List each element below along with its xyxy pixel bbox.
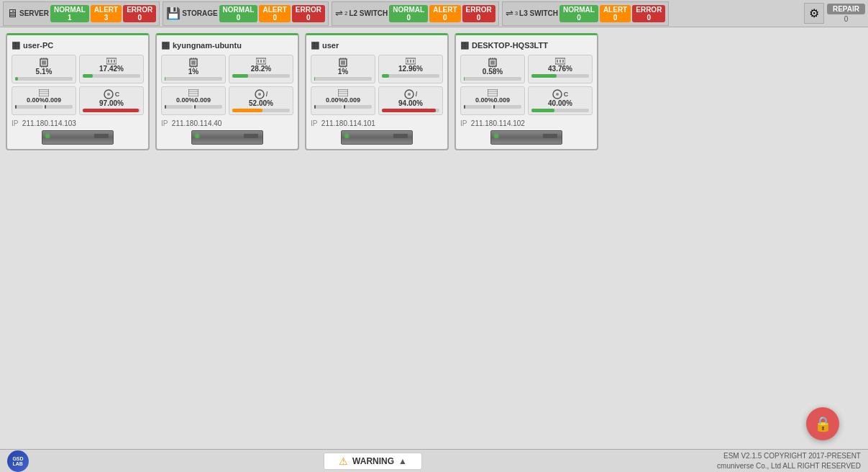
server-card-desktop-hqs3ltt[interactable]: ▦DESKTOP-HQS3LTT 0.58% 43.76% 0.00%0.009 bbox=[454, 33, 598, 150]
metric-disk: 0.00%0.009 bbox=[460, 86, 525, 115]
server-card-user-pc[interactable]: ▦user-PC 5.1% 17.42% 0.00%0.009 C bbox=[6, 33, 150, 150]
card-name: kyungnam-ubuntu bbox=[173, 41, 242, 50]
card-name: DESKTOP-HQS3LTT bbox=[472, 41, 548, 50]
metric-bar-container bbox=[531, 74, 589, 78]
metric-icon-row bbox=[464, 58, 521, 68]
svg-rect-62 bbox=[562, 60, 564, 63]
storage-alert-badge[interactable]: ALERT 0 bbox=[259, 5, 290, 22]
svg-rect-43 bbox=[407, 60, 408, 63]
server-rack-image bbox=[42, 130, 114, 145]
metric-bar-container bbox=[382, 74, 439, 78]
storage-normal-badge[interactable]: NORMAL 0 bbox=[219, 5, 258, 22]
card-name: user bbox=[322, 41, 339, 50]
card-header: ▦DESKTOP-HQS3LTT bbox=[460, 40, 593, 50]
metric-icon-row: C bbox=[83, 89, 140, 99]
metric-bar-container bbox=[232, 74, 290, 78]
warning-arrow: ▲ bbox=[398, 456, 407, 466]
server-normal-badge[interactable]: NORMAL 1 bbox=[50, 5, 89, 22]
svg-rect-9 bbox=[108, 60, 109, 63]
server-card-kyungnam-ubuntu[interactable]: ▦kyungnam-ubuntu 1% 28.2% 0.00%0.009 bbox=[155, 33, 299, 150]
server-label: SERVER bbox=[19, 9, 49, 17]
storage-section: 💾 STORAGE NORMAL 0 ALERT 0 ERROR 0 bbox=[163, 1, 329, 26]
metric-bar-container bbox=[531, 109, 589, 112]
server-icon: 🖥 bbox=[6, 7, 18, 20]
svg-rect-52 bbox=[490, 60, 495, 65]
metric-icon-row: / bbox=[232, 89, 290, 99]
metric-icon-row bbox=[531, 58, 589, 65]
repair-badge: REPAIR bbox=[827, 4, 865, 14]
l2switch-normal-badge[interactable]: NORMAL 0 bbox=[389, 5, 428, 22]
svg-rect-11 bbox=[114, 60, 115, 63]
metric-disk-c: C 40.00% bbox=[528, 86, 593, 115]
logo-area: GSDLAB bbox=[7, 450, 29, 472]
metric-icon-row bbox=[464, 89, 521, 96]
metric-mem: 28.2% bbox=[229, 55, 293, 83]
metric-bar-container bbox=[464, 77, 521, 81]
l2switch-alert-badge[interactable]: ALERT 0 bbox=[429, 5, 460, 22]
card-header: ▦user-PC bbox=[12, 40, 144, 50]
metric-icon-row: C bbox=[531, 89, 589, 99]
l3switch-normal-badge[interactable]: NORMAL 0 bbox=[559, 5, 598, 22]
metric-bar-container bbox=[232, 109, 290, 112]
svg-rect-63 bbox=[488, 89, 498, 96]
metric-bar-container bbox=[165, 77, 222, 81]
warning-text: WARNING bbox=[352, 456, 394, 466]
card-server-image bbox=[161, 130, 293, 145]
svg-rect-44 bbox=[410, 60, 411, 63]
server-section: 🖥 SERVER NORMAL 1 ALERT 3 ERROR 0 bbox=[3, 1, 160, 26]
l3switch-alert-badge[interactable]: ALERT 0 bbox=[600, 5, 631, 22]
svg-point-50 bbox=[408, 93, 411, 96]
storage-label: STORAGE bbox=[182, 9, 217, 17]
svg-rect-18 bbox=[191, 60, 196, 65]
card-header: ▦kyungnam-ubuntu bbox=[161, 40, 293, 50]
metrics-grid: 1% 28.2% 0.00%0.009 / 52.00% bbox=[161, 55, 293, 115]
svg-rect-61 bbox=[559, 60, 561, 63]
svg-rect-26 bbox=[257, 60, 259, 63]
metric-disk-slash: / 52.00% bbox=[229, 86, 293, 115]
metric-disk-slash: / 94.00% bbox=[378, 86, 443, 115]
card-ip: IP 211.180.114.101 bbox=[311, 119, 443, 127]
card-server-image bbox=[12, 130, 144, 145]
svg-rect-1 bbox=[42, 60, 46, 65]
svg-rect-28 bbox=[263, 60, 265, 63]
metric-disk-c: C 97.00% bbox=[79, 86, 144, 115]
l3switch-label: L3 SWITCH bbox=[519, 9, 558, 17]
warning-bar[interactable]: ⚠ WARNING ▲ bbox=[324, 453, 422, 470]
metric-cpu: 5.1% bbox=[12, 55, 76, 83]
metric-icon-row bbox=[165, 89, 222, 96]
gear-button[interactable]: ⚙ bbox=[804, 3, 824, 24]
metric-bar-dual bbox=[314, 105, 372, 109]
card-icon: ▦ bbox=[460, 40, 469, 50]
logo-icon: GSDLAB bbox=[7, 450, 29, 472]
lock-button[interactable]: 🔒 bbox=[806, 407, 839, 440]
metric-icon-row bbox=[232, 58, 290, 65]
metric-disk: 0.00%0.009 bbox=[311, 86, 375, 115]
storage-error-badge[interactable]: ERROR 0 bbox=[292, 5, 325, 22]
storage-icon: 💾 bbox=[166, 6, 181, 20]
metric-icon-row bbox=[314, 89, 372, 96]
metric-bar-container bbox=[15, 77, 73, 81]
l3switch-error-badge[interactable]: ERROR 0 bbox=[632, 5, 665, 22]
svg-rect-45 bbox=[413, 60, 414, 63]
main-content: ▦user-PC 5.1% 17.42% 0.00%0.009 C bbox=[0, 27, 868, 449]
server-error-badge[interactable]: ERROR 0 bbox=[123, 5, 156, 22]
bottom-bar: GSDLAB ⚠ WARNING ▲ ESM V2.1.5 COPYRIGHT … bbox=[0, 449, 868, 472]
card-server-image bbox=[460, 130, 593, 145]
svg-point-67 bbox=[556, 93, 559, 96]
l2switch-section: ⇌ 2 L2 SWITCH NORMAL 0 ALERT 0 ERROR 0 bbox=[332, 1, 499, 26]
card-icon: ▦ bbox=[12, 40, 20, 50]
repair-count: 0 bbox=[844, 15, 849, 23]
svg-rect-46 bbox=[338, 89, 348, 96]
server-card-user[interactable]: ▦user 1% 12.96% 0.00%0.009 / bbox=[305, 33, 449, 150]
card-ip: IP 211.180.114.103 bbox=[12, 119, 144, 127]
metric-bar-dual bbox=[464, 105, 521, 109]
svg-rect-29 bbox=[188, 89, 198, 96]
l2switch-error-badge[interactable]: ERROR 0 bbox=[462, 5, 495, 22]
metric-cpu: 1% bbox=[161, 55, 226, 83]
metric-bar-container bbox=[83, 74, 140, 78]
metrics-grid: 5.1% 17.42% 0.00%0.009 C 97.00% bbox=[12, 55, 144, 115]
svg-rect-35 bbox=[341, 60, 345, 65]
card-icon: ▦ bbox=[311, 40, 319, 50]
metric-icon-row bbox=[15, 89, 73, 96]
server-alert-badge[interactable]: ALERT 3 bbox=[91, 5, 122, 22]
